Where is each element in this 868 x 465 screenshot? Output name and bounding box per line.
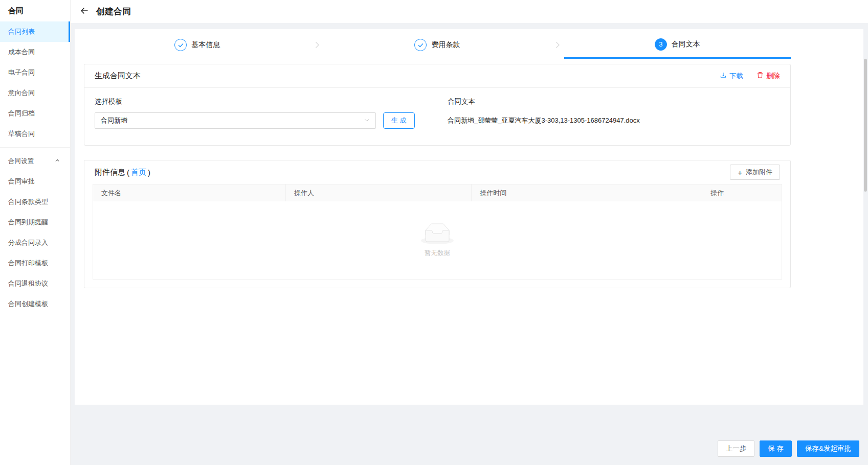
paren-close: ) xyxy=(148,168,150,177)
back-arrow-icon xyxy=(80,6,89,17)
sidebar-item-label: 分成合同录入 xyxy=(8,239,48,246)
generate-section-body: 选择模板 合同新增 生 成 合同文本 合同新增_邵莹莹_亚 xyxy=(84,88,790,145)
sidebar-item-e-contract[interactable]: 电子合同 xyxy=(0,62,70,83)
column-header-operator: 操作人 xyxy=(286,184,472,201)
stepper: 基本信息 费用条款 3 合同文本 xyxy=(84,31,791,59)
sidebar-item-label: 合同列表 xyxy=(8,28,35,35)
template-select-value: 合同新增 xyxy=(101,116,127,125)
step-check-icon xyxy=(174,39,187,51)
sidebar-item-label: 合同退租协议 xyxy=(8,280,48,287)
trash-icon xyxy=(756,72,764,80)
plus-icon: + xyxy=(738,169,742,176)
sidebar-item-label: 合同归档 xyxy=(8,109,35,117)
attachment-section-header: 附件信息 ( 首页 ) + 添加附件 xyxy=(84,160,790,184)
sidebar-item-split-contract-entry[interactable]: 分成合同录入 xyxy=(0,232,70,253)
main-area: 创建合同 基本信息 费用条款 3 xyxy=(71,0,868,465)
attachment-table: 文件名 操作人 操作时间 操作 暂无数据 xyxy=(84,184,790,288)
vertical-scrollbar-thumb[interactable] xyxy=(864,59,867,192)
step-number-badge: 3 xyxy=(655,38,667,51)
add-attachment-button[interactable]: + 添加附件 xyxy=(730,165,780,180)
sidebar-group-contract-settings[interactable]: 合同设置 xyxy=(0,151,70,171)
chevron-right-icon xyxy=(310,31,324,59)
caret-up-icon xyxy=(55,157,60,165)
chevron-down-icon xyxy=(364,117,370,125)
sidebar-item-print-template[interactable]: 合同打印模板 xyxy=(0,253,70,273)
page-title: 创建合同 xyxy=(96,6,131,17)
sidebar-item-contract-archive[interactable]: 合同归档 xyxy=(0,103,70,124)
step-label: 费用条款 xyxy=(431,40,460,50)
column-header-operate-time: 操作时间 xyxy=(472,184,702,201)
save-button[interactable]: 保 存 xyxy=(760,440,792,457)
active-indicator xyxy=(69,21,70,42)
download-button[interactable]: 下载 xyxy=(720,72,743,81)
sidebar-item-label: 意向合同 xyxy=(8,89,35,97)
sidebar-item-label: 合同条款类型 xyxy=(8,198,48,205)
sidebar-item-intent-contract[interactable]: 意向合同 xyxy=(0,83,70,103)
sidebar-item-contract-list[interactable]: 合同列表 xyxy=(0,21,70,42)
generate-section-title: 生成合同文本 xyxy=(95,71,141,81)
sidebar-item-contract-approval[interactable]: 合同审批 xyxy=(0,171,70,192)
empty-state: 暂无数据 xyxy=(93,201,782,279)
attachment-section-title: 附件信息 xyxy=(95,168,125,177)
column-header-filename: 文件名 xyxy=(93,184,286,201)
contract-text-label: 合同文本 xyxy=(448,97,640,106)
sidebar-item-label: 电子合同 xyxy=(8,68,35,76)
empty-box-icon xyxy=(421,223,454,246)
step-contract-text[interactable]: 3 合同文本 xyxy=(564,31,791,59)
first-page-link[interactable]: 首页 xyxy=(131,168,146,177)
sidebar-item-label: 合同审批 xyxy=(8,177,35,185)
chevron-right-icon xyxy=(551,31,564,59)
generate-section-header: 生成合同文本 下载 删除 xyxy=(84,64,790,88)
save-and-submit-button[interactable]: 保存&发起审批 xyxy=(797,440,859,457)
sidebar-divider xyxy=(0,147,70,148)
generate-contract-section: 生成合同文本 下载 删除 xyxy=(84,64,791,146)
template-select[interactable]: 合同新增 xyxy=(95,112,376,129)
contract-file-name: 合同新增_邵莹莹_亚夏汽车大厦3-303,13-1305-1686724947.… xyxy=(448,112,640,129)
empty-text: 暂无数据 xyxy=(425,249,450,258)
sidebar-item-cost-contract[interactable]: 成本合同 xyxy=(0,42,70,62)
attachment-section: 附件信息 ( 首页 ) + 添加附件 文件名 xyxy=(84,160,791,288)
back-button[interactable] xyxy=(80,6,89,17)
sidebar-item-expiry-reminder[interactable]: 合同到期提醒 xyxy=(0,212,70,232)
step-check-icon xyxy=(414,39,427,51)
delete-label: 删除 xyxy=(766,72,780,81)
step-label: 基本信息 xyxy=(191,40,220,50)
download-icon xyxy=(720,72,727,80)
delete-button[interactable]: 删除 xyxy=(756,72,780,81)
step-basic-info[interactable]: 基本信息 xyxy=(84,31,310,59)
previous-step-button[interactable]: 上一步 xyxy=(718,440,755,457)
sidebar-item-label: 草稿合同 xyxy=(8,130,35,137)
sidebar-item-label: 合同打印模板 xyxy=(8,259,48,267)
column-header-actions: 操作 xyxy=(702,184,782,201)
sidebar-item-draft-contract[interactable]: 草稿合同 xyxy=(0,124,70,144)
attachment-table-header: 文件名 操作人 操作时间 操作 xyxy=(93,184,782,201)
sidebar: 合同 合同列表 成本合同 电子合同 意向合同 合同归档 草稿合同 合同设置 合同… xyxy=(0,0,71,465)
sidebar-item-label: 合同到期提醒 xyxy=(8,218,48,226)
content-card: 基本信息 费用条款 3 合同文本 生成合同文本 xyxy=(75,29,863,405)
step-label: 合同文本 xyxy=(672,40,700,49)
download-label: 下载 xyxy=(729,72,743,81)
sidebar-item-create-template[interactable]: 合同创建模板 xyxy=(0,294,70,314)
app-window: 合同 合同列表 成本合同 电子合同 意向合同 合同归档 草稿合同 合同设置 合同… xyxy=(0,0,868,465)
page-header: 创建合同 xyxy=(71,0,868,23)
add-attachment-label: 添加附件 xyxy=(746,168,772,177)
step-fee-terms[interactable]: 费用条款 xyxy=(324,31,550,59)
paren-open: ( xyxy=(127,168,129,177)
template-select-label: 选择模板 xyxy=(95,97,448,106)
generate-button[interactable]: 生 成 xyxy=(383,112,415,129)
footer-actions: 上一步 保 存 保存&发起审批 xyxy=(718,440,859,457)
sidebar-group-label: 合同设置 xyxy=(8,157,34,166)
sidebar-item-lease-termination[interactable]: 合同退租协议 xyxy=(0,273,70,294)
sidebar-title: 合同 xyxy=(0,0,70,21)
sidebar-item-label: 成本合同 xyxy=(8,48,35,56)
sidebar-item-clause-type[interactable]: 合同条款类型 xyxy=(0,192,70,212)
sidebar-item-label: 合同创建模板 xyxy=(8,300,48,308)
